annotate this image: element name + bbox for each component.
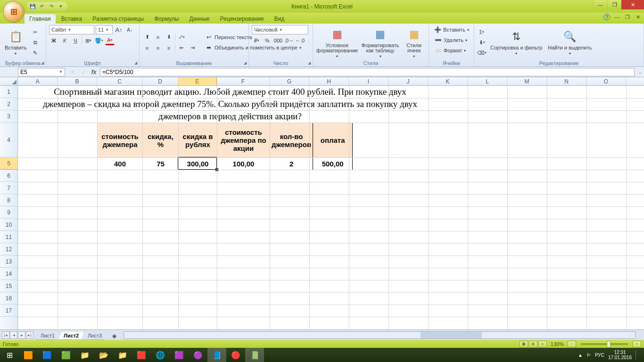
- start-button[interactable]: ⊞: [0, 348, 19, 362]
- scrollbar-thumb[interactable]: [421, 332, 482, 338]
- align-center-button[interactable]: ≡: [153, 43, 163, 53]
- zoom-slider[interactable]: [581, 343, 628, 345]
- font-color-button[interactable]: A▾: [105, 36, 115, 45]
- align-right-button[interactable]: ≡: [164, 43, 173, 53]
- tray-notifications-icon[interactable]: [636, 350, 642, 360]
- tray-lang[interactable]: РУС: [595, 353, 604, 358]
- page-layout-view-button[interactable]: ▤: [529, 341, 537, 347]
- cells-area[interactable]: Спортивный магазин проводит акцию. Любой…: [18, 86, 644, 329]
- row-header-3[interactable]: 3: [0, 110, 17, 123]
- row-header-15[interactable]: 15: [0, 280, 17, 292]
- taskbar-opera-button[interactable]: 🔴: [226, 348, 245, 362]
- normal-view-button[interactable]: ▦: [520, 341, 528, 347]
- zoom-in-button[interactable]: +: [633, 341, 641, 347]
- fill-color-button[interactable]: 🪣▾: [94, 36, 104, 45]
- shrink-font-button[interactable]: A↓: [125, 25, 134, 34]
- row-header-6[interactable]: 6: [0, 170, 17, 182]
- taskbar-app-7[interactable]: 🟥: [132, 348, 151, 362]
- format-as-table-button[interactable]: ▦Форматировать как таблицу▾: [360, 25, 400, 60]
- number-format-combo[interactable]: Числовой▼: [252, 25, 308, 34]
- taskbar-app-10[interactable]: 🟣: [189, 348, 207, 362]
- row-header-16[interactable]: 16: [0, 292, 17, 304]
- sheet-nav-last-icon[interactable]: ▸|: [26, 331, 33, 339]
- autosum-button[interactable]: Σ▾: [477, 27, 487, 37]
- orientation-button[interactable]: ⤢▾: [177, 33, 186, 42]
- column-header-l[interactable]: L: [468, 77, 507, 85]
- select-all-button[interactable]: [0, 77, 18, 85]
- percent-button[interactable]: %: [263, 36, 272, 45]
- cell-h5[interactable]: 500,00: [313, 158, 353, 170]
- row-header-9[interactable]: 9: [0, 206, 17, 219]
- number-launcher-icon[interactable]: ◢: [306, 60, 312, 66]
- tab-data[interactable]: Данные: [184, 14, 214, 24]
- fx-button[interactable]: fx: [89, 68, 99, 76]
- copy-button[interactable]: ⧉: [31, 38, 40, 47]
- column-header-o[interactable]: O: [586, 77, 626, 85]
- currency-button[interactable]: ₽▾: [252, 36, 261, 45]
- insert-cells-button[interactable]: ➕Вставить▾: [432, 25, 471, 34]
- header-discount-pct[interactable]: скидка, %: [143, 123, 179, 158]
- cell-styles-button[interactable]: ▦Стили ячеек▾: [402, 25, 426, 60]
- taskbar-app-6[interactable]: 📁: [113, 348, 132, 362]
- sheet-nav-prev-icon[interactable]: ◂: [10, 331, 17, 339]
- qat-more-icon[interactable]: ▼: [58, 3, 64, 10]
- header-cost-promo[interactable]: стоимость джемпера по акции: [217, 123, 270, 158]
- taskbar-app-1[interactable]: 🟧: [19, 348, 38, 362]
- cell-f5[interactable]: 100,00: [217, 158, 270, 170]
- enter-formula-icon[interactable]: ✓: [79, 68, 88, 76]
- taskbar-app-3[interactable]: 🟩: [57, 348, 75, 362]
- font-launcher-icon[interactable]: ◢: [133, 60, 138, 66]
- fill-button[interactable]: ⬇▾: [477, 38, 487, 47]
- border-button[interactable]: ⊞▾: [83, 36, 93, 45]
- row-header-5[interactable]: 5: [0, 157, 17, 170]
- conditional-formatting-button[interactable]: ▦Условное форматирование▾: [316, 25, 358, 60]
- header-payment[interactable]: оплата: [313, 123, 353, 158]
- row-header-8[interactable]: 8: [0, 194, 17, 206]
- tab-page-layout[interactable]: Разметка страницы: [88, 14, 149, 24]
- grow-font-button[interactable]: A↑: [114, 25, 124, 34]
- row-header-17[interactable]: 17: [0, 304, 17, 317]
- column-header-f[interactable]: F: [217, 77, 270, 85]
- taskbar-app-5[interactable]: 📂: [94, 348, 113, 362]
- sheet-tab-1[interactable]: Лист1: [35, 332, 60, 340]
- find-select-button[interactable]: 🔍Найти и выделить▾: [546, 25, 594, 60]
- indent-increase-button[interactable]: ⇥: [188, 43, 197, 53]
- column-header-e[interactable]: E: [178, 77, 217, 85]
- format-painter-button[interactable]: ✎: [31, 48, 40, 58]
- taskbar-app-8[interactable]: 🌐: [151, 348, 170, 362]
- column-header-i[interactable]: I: [349, 77, 388, 85]
- taskbar-app-2[interactable]: 🟦: [38, 348, 57, 362]
- clipboard-launcher-icon[interactable]: ◢: [40, 60, 45, 66]
- help-icon[interactable]: ?: [603, 14, 610, 20]
- column-header-d[interactable]: D: [142, 77, 178, 85]
- align-top-button[interactable]: ⬆: [142, 33, 152, 42]
- tab-insert[interactable]: Вставка: [57, 14, 87, 24]
- sheet-tab-2[interactable]: Лист2: [58, 332, 84, 340]
- header-cost[interactable]: стоимость джемпера: [98, 123, 143, 158]
- tray-up-icon[interactable]: ▲: [578, 353, 583, 358]
- column-header-n[interactable]: N: [547, 77, 586, 85]
- underline-button[interactable]: Ч: [71, 36, 80, 45]
- alignment-launcher-icon[interactable]: ◢: [242, 60, 248, 66]
- tray-flag-icon[interactable]: 🏳: [586, 353, 591, 358]
- ribbon-minimize-icon[interactable]: —: [614, 14, 620, 20]
- cell-e5[interactable]: 300,00: [179, 158, 217, 170]
- cell-d5[interactable]: 75: [143, 158, 179, 170]
- undo-icon[interactable]: ↶: [39, 3, 45, 10]
- row-header-13[interactable]: 13: [0, 255, 17, 268]
- horizontal-scrollbar[interactable]: [124, 331, 636, 339]
- taskbar-app-9[interactable]: 🟪: [170, 348, 189, 362]
- sheet-tab-3[interactable]: Лист3: [83, 332, 107, 340]
- column-header-g[interactable]: G: [270, 77, 309, 85]
- paste-button[interactable]: 📋 Вставить ▾: [3, 25, 29, 60]
- taskbar-excel-button[interactable]: 📗: [245, 348, 264, 362]
- ribbon-close-icon[interactable]: ✕: [635, 14, 641, 20]
- tab-review[interactable]: Рецензирование: [215, 14, 269, 24]
- cancel-formula-icon[interactable]: ✕: [68, 68, 78, 76]
- maximize-button[interactable]: ❐: [607, 0, 621, 9]
- delete-cells-button[interactable]: ➖Удалить▾: [432, 35, 471, 45]
- taskbar-word-button[interactable]: 📘: [207, 348, 226, 362]
- row-header-12[interactable]: 12: [0, 243, 17, 255]
- new-sheet-button[interactable]: ⊕: [108, 332, 120, 340]
- cell-g5[interactable]: 2: [270, 158, 313, 170]
